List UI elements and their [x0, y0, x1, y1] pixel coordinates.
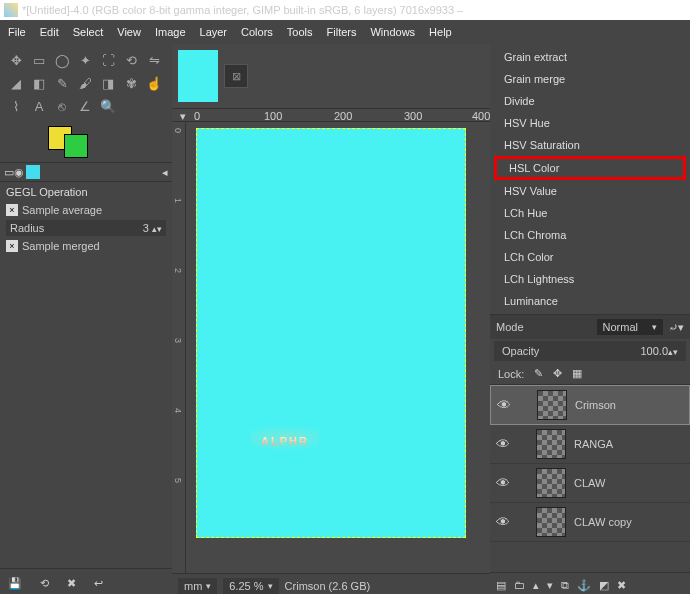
reload-icon[interactable]: ⟲: [40, 577, 49, 590]
raise-layer-icon[interactable]: ▴: [533, 579, 539, 592]
blend-mode-item[interactable]: HSL Color: [494, 156, 686, 180]
tool-flip[interactable]: ⇋: [144, 50, 164, 70]
zoom-dropdown[interactable]: 6.25 %▾: [223, 578, 278, 594]
tool-pencil[interactable]: ✎: [52, 73, 72, 93]
tool-select-rect[interactable]: ▭: [29, 50, 49, 70]
save-icon[interactable]: 💾: [8, 577, 22, 590]
radius-field[interactable]: Radius 3 ▴▾: [6, 220, 166, 236]
blend-mode-item[interactable]: LCh Hue: [490, 202, 690, 224]
layer-row[interactable]: 👁CLAW copy: [490, 503, 690, 542]
unit-dropdown[interactable]: mm▾: [178, 578, 217, 594]
tool-eraser[interactable]: ◨: [98, 73, 118, 93]
menu-select[interactable]: Select: [73, 26, 104, 38]
layer-row[interactable]: 👁CLAW: [490, 464, 690, 503]
sample-merged-label: Sample merged: [22, 240, 100, 252]
checkbox-icon[interactable]: ×: [6, 204, 18, 216]
menu-help[interactable]: Help: [429, 26, 452, 38]
delete-icon[interactable]: ✖: [67, 577, 76, 590]
tool-move[interactable]: ✥: [6, 50, 26, 70]
blend-mode-item[interactable]: LCh Color: [490, 246, 690, 268]
dock-tabs: ▭ ◉ ◂: [0, 162, 172, 182]
blend-mode-item[interactable]: HSV Value: [490, 180, 690, 202]
blend-mode-item[interactable]: Grain merge: [490, 68, 690, 90]
layer-group-icon[interactable]: 🗀: [514, 579, 525, 592]
tab-icon[interactable]: [26, 165, 40, 179]
spinner-icon[interactable]: ▴▾: [152, 224, 162, 234]
merge-layer-icon[interactable]: ⚓: [577, 579, 591, 592]
layer-name: CLAW copy: [574, 516, 632, 528]
tool-picker[interactable]: ⎋: [52, 96, 72, 116]
tool-measure[interactable]: ∠: [75, 96, 95, 116]
tool-zoom[interactable]: 🔍: [98, 96, 118, 116]
opacity-slider[interactable]: Opacity 100.0▴▾: [494, 341, 686, 361]
sample-average-label: Sample average: [22, 204, 102, 216]
blend-mode-item[interactable]: LCh Chroma: [490, 224, 690, 246]
menu-filters[interactable]: Filters: [327, 26, 357, 38]
lower-layer-icon[interactable]: ▾: [547, 579, 553, 592]
tool-brush[interactable]: 🖌: [75, 73, 95, 93]
menu-colors[interactable]: Colors: [241, 26, 273, 38]
bg-color[interactable]: [64, 134, 88, 158]
tool-bucket[interactable]: ◢: [6, 73, 26, 93]
menu-windows[interactable]: Windows: [370, 26, 415, 38]
layer-thumb: [536, 429, 566, 459]
blend-mode-item[interactable]: Divide: [490, 90, 690, 112]
canvas-image[interactable]: ALPHR: [196, 128, 466, 538]
delete-layer-icon[interactable]: ✖: [617, 579, 626, 592]
close-thumb-icon[interactable]: ⊠: [224, 64, 248, 88]
menu-file[interactable]: File: [8, 26, 26, 38]
visibility-icon[interactable]: 👁: [496, 436, 510, 452]
ruler-horizontal: ▾ 0 100 200 300 400: [172, 108, 490, 122]
lock-alpha-icon[interactable]: ▦: [572, 367, 582, 380]
image-thumb[interactable]: [178, 50, 218, 102]
layer-row[interactable]: 👁Crimson: [490, 385, 690, 425]
tool-rotate[interactable]: ⟲: [121, 50, 141, 70]
lock-pixels-icon[interactable]: ✎: [534, 367, 543, 380]
tool-text[interactable]: A: [29, 96, 49, 116]
blend-mode-item[interactable]: LCh Lightness: [490, 268, 690, 290]
spinner-icon[interactable]: ▴▾: [668, 347, 678, 357]
menu-tools[interactable]: Tools: [287, 26, 313, 38]
tab-icon[interactable]: ◉: [14, 166, 24, 179]
visibility-icon[interactable]: 👁: [497, 397, 511, 413]
status-layer: Crimson (2.6 GB): [285, 580, 371, 592]
canvas-text: ALPHR: [251, 421, 319, 455]
blend-mode-item[interactable]: HSV Saturation: [490, 134, 690, 156]
statusbar: mm▾ 6.25 %▾ Crimson (2.6 GB): [172, 573, 490, 594]
menu-edit[interactable]: Edit: [40, 26, 59, 38]
menu-layer[interactable]: Layer: [200, 26, 228, 38]
duplicate-layer-icon[interactable]: ⧉: [561, 579, 569, 592]
tool-lasso[interactable]: ◯: [52, 50, 72, 70]
canvas[interactable]: ALPHR: [186, 122, 490, 573]
tool-clone[interactable]: ✾: [121, 73, 141, 93]
right-panel: Grain extractGrain mergeDivideHSV HueHSV…: [490, 44, 690, 594]
checkbox-icon[interactable]: ×: [6, 240, 18, 252]
tab-icon[interactable]: ▭: [4, 166, 14, 179]
new-layer-icon[interactable]: ▤: [496, 579, 506, 592]
tool-gradient[interactable]: ◧: [29, 73, 49, 93]
tool-crop[interactable]: ⛶: [98, 50, 118, 70]
blend-mode-item[interactable]: Grain extract: [490, 46, 690, 68]
blend-mode-item[interactable]: Luminance: [490, 290, 690, 312]
mask-icon[interactable]: ◩: [599, 579, 609, 592]
sample-average-option[interactable]: × Sample average: [0, 202, 172, 218]
color-swatches[interactable]: [0, 122, 172, 162]
reset-icon[interactable]: ↩: [94, 577, 103, 590]
tool-path[interactable]: ⌇: [6, 96, 26, 116]
lock-position-icon[interactable]: ✥: [553, 367, 562, 380]
mode-dropdown[interactable]: Normal▾: [597, 319, 663, 335]
menu-view[interactable]: View: [117, 26, 141, 38]
tool-wand[interactable]: ✦: [75, 50, 95, 70]
tool-options-title: GEGL Operation: [0, 182, 172, 202]
mode-switch-icon[interactable]: ⤾▾: [669, 321, 684, 334]
tab-config-icon[interactable]: ◂: [162, 166, 168, 179]
tool-smudge[interactable]: ☝: [144, 73, 164, 93]
visibility-icon[interactable]: 👁: [496, 475, 510, 491]
sample-merged-option[interactable]: × Sample merged: [0, 238, 172, 254]
layer-row[interactable]: 👁RANGA: [490, 425, 690, 464]
radius-value: 3: [143, 222, 149, 234]
menu-image[interactable]: Image: [155, 26, 186, 38]
visibility-icon[interactable]: 👁: [496, 514, 510, 530]
layer-thumb: [536, 468, 566, 498]
blend-mode-item[interactable]: HSV Hue: [490, 112, 690, 134]
